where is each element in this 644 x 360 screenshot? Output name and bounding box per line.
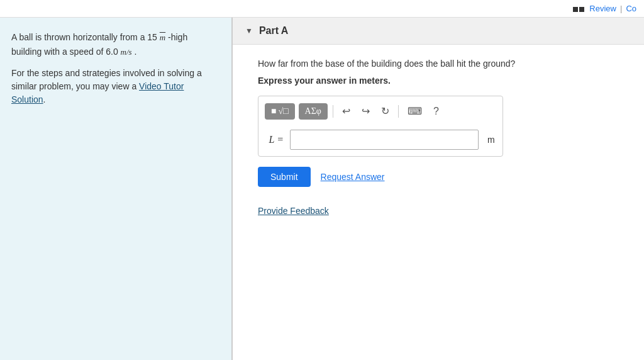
top-bar: Review | Co xyxy=(0,0,644,18)
input-label: L = xyxy=(265,134,284,145)
redo-btn[interactable]: ↪ xyxy=(358,103,374,120)
main-layout: A ball is thrown horizontally from a 15 … xyxy=(0,18,644,360)
review-link[interactable]: Review xyxy=(589,4,616,13)
right-panel: ▼ Part A How far from the base of the bu… xyxy=(233,18,644,360)
request-answer-link[interactable]: Request Answer xyxy=(321,172,385,182)
toolbar-separator-1 xyxy=(333,105,333,118)
separator: | xyxy=(620,4,622,13)
express-label: Express your answer in meters. xyxy=(258,76,619,86)
undo-btn[interactable]: ↩ xyxy=(338,103,354,120)
math-toolbar: ■ √□ ΑΣφ ↩ ↪ ↻ ⌨ ? xyxy=(265,103,496,123)
action-row: Submit Request Answer xyxy=(258,167,619,187)
submit-button[interactable]: Submit xyxy=(258,167,311,187)
problem-text: A ball is thrown horizontally from a 15 … xyxy=(11,30,220,59)
keyboard-btn[interactable]: ⌨ xyxy=(404,103,426,120)
input-row: L = m xyxy=(265,130,496,150)
toolbar-separator-2 xyxy=(398,105,399,118)
helper-text: For the steps and strategies involved in… xyxy=(11,67,220,106)
math-symbols-btn[interactable]: ■ √□ xyxy=(265,103,295,120)
greek-symbols-label: ΑΣφ xyxy=(305,106,321,116)
co-link[interactable]: Co xyxy=(626,4,636,13)
greek-symbols-btn[interactable]: ΑΣφ xyxy=(299,103,328,120)
helper-end: . xyxy=(43,94,46,104)
part-content: How far from the base of the building do… xyxy=(233,45,644,228)
top-bar-links: Review | Co xyxy=(573,4,636,13)
answer-input[interactable] xyxy=(290,130,479,150)
collapse-chevron[interactable]: ▼ xyxy=(245,26,253,35)
left-panel: A ball is thrown horizontally from a 15 … xyxy=(0,18,233,360)
help-btn[interactable]: ? xyxy=(430,103,443,120)
math-input-box: ■ √□ ΑΣφ ↩ ↪ ↻ ⌨ ? L = xyxy=(258,96,503,157)
feedback-link[interactable]: Provide Feedback xyxy=(258,206,619,216)
part-title: Part A xyxy=(259,25,289,37)
math-symbols-label: ■ xyxy=(271,106,276,116)
part-header: ▼ Part A xyxy=(233,18,644,45)
reset-btn[interactable]: ↻ xyxy=(377,103,393,120)
unit-label: m xyxy=(487,135,495,145)
review-icon xyxy=(573,4,586,13)
video-tutor-link[interactable]: Video Tutor Solution xyxy=(11,81,184,104)
question-text: How far from the base of the building do… xyxy=(258,57,619,70)
math-sqrt-label: √□ xyxy=(278,106,288,116)
